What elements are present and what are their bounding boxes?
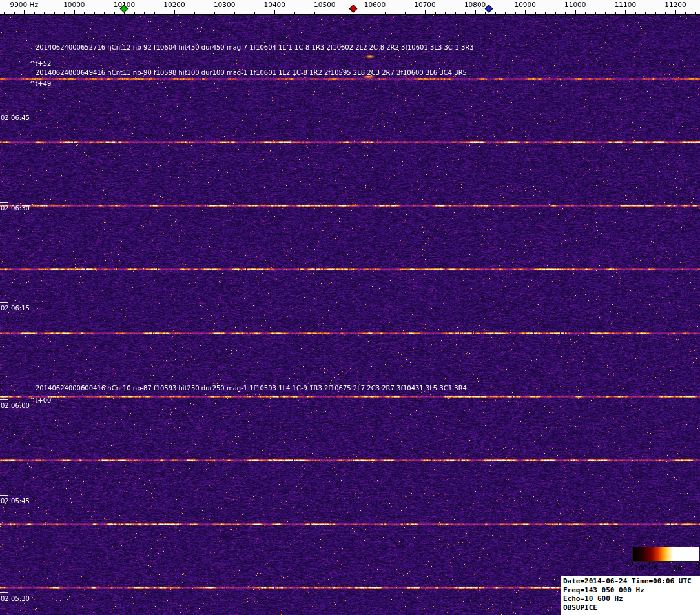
- ruler-tick-label: 11200: [664, 1, 686, 8]
- ruler-tick-minor: [365, 12, 365, 14]
- ruler-tick-minor: [655, 12, 656, 14]
- ruler-tick-minor: [615, 12, 616, 14]
- ruler-tick-minor: [385, 12, 386, 14]
- ruler-tick-minor: [294, 12, 295, 14]
- ruler-tick-minor: [345, 12, 345, 14]
- ruler-tick-minor: [165, 12, 165, 14]
- ruler-tick-minor: [695, 12, 696, 14]
- intensity-colorbar: -100 dB -50 0: [632, 547, 699, 572]
- ruler-tick-minor: [114, 12, 115, 14]
- ruler-tick-minor: [14, 12, 15, 14]
- ruler-tick-minor: [635, 12, 636, 14]
- ruler-tick-minor: [515, 12, 516, 14]
- colorbar-gradient: [632, 547, 699, 562]
- ruler-tick-minor: [555, 12, 556, 14]
- station-info-box: Date=2014-06-24 Time=00:06 UTC Freq=143 …: [561, 576, 700, 615]
- colorbar-tick: [666, 562, 666, 565]
- ruler-tick-minor: [54, 12, 55, 14]
- ruler-tick-minor: [154, 12, 155, 14]
- spectrogram-waterfall[interactable]: [0, 14, 700, 615]
- freq-marker-red[interactable]: [349, 5, 358, 13]
- ruler-tick-major: [24, 10, 25, 14]
- colorbar-labels: -100 dB -50 0: [632, 565, 699, 572]
- ruler-tick-label: 10500: [314, 1, 335, 8]
- ruler-tick-major: [325, 10, 325, 14]
- ruler-tick-major: [74, 10, 75, 14]
- frequency-ruler[interactable]: 9900 Hz100001010010200103001040010500106…: [0, 0, 700, 15]
- ruler-tick-label: 10700: [414, 1, 435, 8]
- ruler-tick-major: [475, 10, 476, 14]
- ruler-tick-label: 10400: [264, 1, 285, 8]
- ruler-tick-minor: [194, 12, 195, 14]
- ruler-tick-minor: [64, 12, 65, 14]
- ruler-tick-label: 10300: [214, 1, 235, 8]
- ruler-tick-major: [575, 10, 576, 14]
- ruler-tick-minor: [305, 12, 305, 14]
- colorbar-tick: [683, 562, 683, 565]
- ruler-tick-minor: [144, 12, 145, 14]
- ruler-tick-minor: [485, 12, 486, 14]
- ruler-tick-major: [274, 10, 275, 14]
- ruler-tick-minor: [535, 12, 536, 14]
- ruler-tick-minor: [104, 12, 105, 14]
- ruler-tick-minor: [265, 12, 265, 14]
- ruler-tick-minor: [134, 12, 135, 14]
- colorbar-ticks: [632, 562, 699, 565]
- ruler-tick-minor: [585, 12, 586, 14]
- info-echo: Echo=10 600 Hz: [563, 594, 700, 603]
- ruler-tick-minor: [435, 12, 436, 14]
- ruler-tick-minor: [685, 12, 686, 14]
- ruler-tick-minor: [285, 12, 285, 14]
- ruler-tick-minor: [415, 12, 415, 14]
- ruler-tick-major: [425, 10, 426, 14]
- ruler-tick-major: [675, 10, 676, 14]
- ruler-tick-major: [174, 10, 175, 14]
- info-frequency: Freq=143 050 000 Hz: [563, 586, 700, 595]
- colorbar-mid-label: -50: [671, 565, 681, 572]
- ruler-tick-minor: [465, 12, 466, 14]
- ruler-tick-minor: [34, 12, 35, 14]
- ruler-tick-major: [525, 10, 526, 14]
- colorbar-max-label: 0: [695, 565, 699, 572]
- ruler-tick-minor: [355, 12, 355, 14]
- ruler-tick-minor: [335, 12, 335, 14]
- ruler-tick-minor: [505, 12, 506, 14]
- ruler-tick-minor: [245, 12, 245, 14]
- colorbar-tick: [649, 562, 650, 565]
- ruler-tick-minor: [314, 12, 315, 14]
- colorbar-min-label: -100 dB: [632, 565, 657, 572]
- ruler-tick-label: 11100: [615, 1, 636, 8]
- info-date-time: Date=2014-06-24 Time=00:06 UTC: [563, 577, 700, 586]
- ruler-tick-minor: [94, 12, 95, 14]
- ruler-tick-label: 9900 Hz: [10, 1, 38, 8]
- ruler-tick-minor: [665, 12, 666, 14]
- ruler-tick-minor: [565, 12, 566, 14]
- ruler-tick-minor: [595, 12, 596, 14]
- ruler-tick-minor: [645, 12, 646, 14]
- info-observatory: OBSUPICE: [563, 603, 700, 612]
- ruler-tick-label: 10900: [514, 1, 535, 8]
- ruler-tick-label: 10200: [163, 1, 185, 8]
- ruler-tick-minor: [205, 12, 205, 14]
- ruler-tick-minor: [445, 12, 446, 14]
- ruler-tick-label: 10800: [464, 1, 486, 8]
- ruler-tick-minor: [405, 12, 406, 14]
- ruler-tick-minor: [605, 12, 606, 14]
- ruler-tick-label: 10000: [63, 1, 85, 8]
- spectrogram-app-window: 9900 Hz100001010010200103001040010500106…: [0, 0, 700, 615]
- ruler-tick-minor: [214, 12, 215, 14]
- ruler-tick-minor: [495, 12, 496, 14]
- ruler-tick-minor: [545, 12, 546, 14]
- ruler-tick-minor: [455, 12, 456, 14]
- ruler-tick-minor: [234, 12, 235, 14]
- ruler-tick-major: [625, 10, 626, 14]
- colorbar-tick: [632, 562, 633, 565]
- ruler-tick-minor: [254, 12, 255, 14]
- ruler-tick-minor: [185, 12, 185, 14]
- ruler-tick-minor: [4, 12, 5, 14]
- ruler-tick-minor: [395, 12, 395, 14]
- ruler-tick-minor: [84, 12, 85, 14]
- ruler-tick-label: 10600: [364, 1, 386, 8]
- ruler-tick-major: [225, 10, 225, 14]
- ruler-tick-label: 11000: [564, 1, 586, 8]
